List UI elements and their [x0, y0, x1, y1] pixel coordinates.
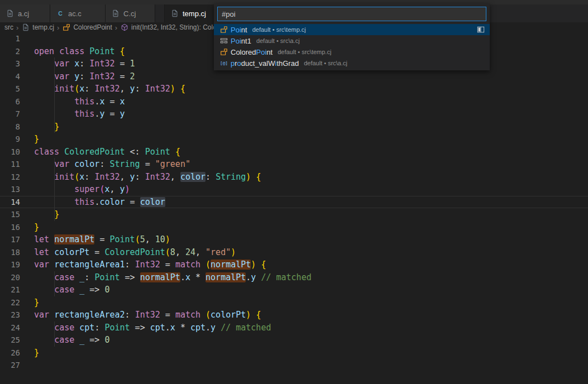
indent-guide: [54, 183, 55, 196]
code-line-24[interactable]: 24 case cpt: Point => cpt.x * cpt.y // m…: [0, 321, 588, 334]
code-text: case _ => 0: [34, 334, 109, 347]
indent-guide: [54, 284, 55, 296]
code-line-8[interactable]: 8 }: [0, 121, 588, 133]
code-text: super(x, y): [34, 183, 130, 196]
code-line-26[interactable]: 26}: [0, 347, 588, 359]
indent-guide: [54, 334, 55, 347]
line-number: 14: [0, 198, 20, 207]
line-number: 1: [0, 34, 20, 43]
code-text: var y: Int32 = 2: [34, 70, 135, 83]
breadcrumb-label: ColoredPoint: [73, 23, 112, 31]
code-line-7[interactable]: 7 this.y = y: [0, 108, 588, 121]
line-number: 26: [0, 348, 20, 357]
code-line-22[interactable]: 22}: [0, 296, 588, 309]
code-line-5[interactable]: 5 init(x: Int32, y: Int32) {: [0, 83, 588, 95]
code-text: let colorPt = ColoredPoint(8, 24, "red"): [34, 246, 236, 259]
code-text: case _: Point => normalPt.x * normalPt.y…: [34, 271, 312, 284]
indent-guide: [54, 83, 55, 95]
code-line-18[interactable]: 18let colorPt = ColoredPoint(8, 24, "red…: [0, 246, 588, 259]
tab-label: ac.c: [68, 9, 82, 18]
tab-ac.c[interactable]: Cac.c: [50, 4, 106, 22]
code-text: this.y = y: [34, 108, 125, 121]
svg-text:[@]: [@]: [220, 61, 228, 66]
class-icon: [219, 47, 228, 56]
code-text: var rectangleArea1: Int32 = match (norma…: [34, 258, 266, 271]
code-line-19[interactable]: 19var rectangleArea1: Int32 = match (nor…: [0, 258, 588, 271]
find-highlight: normalPt: [54, 234, 94, 244]
line-number: 15: [0, 210, 20, 219]
file-icon: [21, 23, 30, 32]
quick-open-result[interactable]: ColoredPointdefault • src\temp.cj: [214, 46, 490, 57]
code-line-25[interactable]: 25 case _ => 0: [0, 334, 588, 347]
indent-guide: [54, 70, 55, 83]
line-number: 13: [0, 185, 20, 194]
find-highlight: normalPt: [205, 272, 246, 282]
code-text: class ColoredPoint <: Point {: [34, 146, 180, 159]
result-name: product_valWithGrad: [231, 59, 299, 68]
line-number: 24: [0, 323, 20, 332]
line-number: 23: [0, 310, 20, 319]
code-text: var color: String = "green": [34, 158, 190, 171]
result-detail: default • src\temp.cj: [278, 49, 331, 55]
line-number: 2: [0, 47, 20, 56]
code-line-21[interactable]: 21 case _ => 0: [0, 284, 588, 296]
code-text: }: [34, 121, 59, 133]
quick-open-result[interactable]: Pointdefault • src\temp.cj: [214, 24, 490, 35]
indent-guide: [54, 57, 55, 70]
tab-gap: [155, 4, 165, 22]
code-line-12[interactable]: 12 init(x: Int32, y: Int32, color: Strin…: [0, 171, 588, 184]
code-line-27[interactable]: 27: [0, 359, 588, 372]
breadcrumb-item[interactable]: src: [4, 23, 13, 31]
result-name: Point: [231, 26, 247, 34]
breadcrumb-item[interactable]: ColoredPoint: [62, 23, 112, 32]
code-line-9[interactable]: 9}: [0, 133, 588, 146]
chevron-right-icon: ›: [57, 24, 59, 31]
line-number: 27: [0, 361, 20, 369]
word-highlight: color: [140, 197, 165, 207]
code-line-6[interactable]: 6 this.x = x: [0, 95, 588, 108]
indent-guide: [54, 271, 55, 284]
tab-a.cj[interactable]: a.cj: [0, 4, 50, 22]
indent-guide: [54, 95, 55, 108]
quick-open-input[interactable]: [217, 7, 486, 21]
tab-temp.cj[interactable]: temp.cj✕: [165, 4, 221, 22]
code-line-4[interactable]: 4 var y: Int32 = 2: [0, 70, 588, 83]
code-text: }: [34, 208, 59, 221]
code-line-16[interactable]: 16}: [0, 221, 588, 234]
code-text: }: [34, 296, 39, 309]
code-text: case cpt: Point => cpt.x * cpt.y // matc…: [34, 321, 271, 334]
code-line-17[interactable]: 17let normalPt = Point(5, 10): [0, 233, 588, 246]
line-number: 25: [0, 335, 20, 344]
code-line-14[interactable]: 14 this.color = color: [0, 196, 588, 209]
indent-guide: [54, 108, 55, 121]
quick-open-results: Pointdefault • src\temp.cjPoint1default …: [214, 24, 490, 69]
line-number: 10: [0, 147, 20, 156]
tab-C.cj[interactable]: C.cj: [106, 4, 155, 22]
indent-guide: [54, 321, 55, 334]
code-text: init(x: Int32, y: Int32) {: [34, 83, 185, 95]
quick-open-result[interactable]: [@]product_valWithGraddefault • src\a.cj: [214, 57, 490, 69]
indent-guide: [54, 121, 55, 133]
code-line-23[interactable]: 23var rectangleArea2: Int32 = match (col…: [0, 309, 588, 321]
line-number: 21: [0, 285, 20, 294]
line-number: 11: [0, 160, 20, 169]
code-line-11[interactable]: 11 var color: String = "green": [0, 158, 588, 171]
breadcrumb-item[interactable]: temp.cj: [21, 23, 54, 32]
chevron-right-icon: ›: [16, 24, 18, 31]
line-number: 12: [0, 172, 20, 181]
code-line-15[interactable]: 15 }: [0, 208, 588, 221]
split-editor-icon[interactable]: [477, 26, 485, 35]
code-line-10[interactable]: 10class ColoredPoint <: Point {: [0, 146, 588, 159]
result-detail: default • src\a.cj: [256, 37, 300, 44]
code-line-13[interactable]: 13 super(x, y): [0, 183, 588, 196]
word-highlight: color: [180, 172, 205, 182]
code-editor[interactable]: 12open class Point {3 var x: Int32 = 14 …: [0, 32, 588, 384]
value-icon: [@]: [219, 59, 228, 68]
quick-open-result[interactable]: Point1default • src\a.cj: [214, 35, 490, 46]
file-icon: [111, 9, 120, 18]
code-text: this.x = x: [34, 95, 125, 108]
code-line-20[interactable]: 20 case _: Point => normalPt.x * normalP…: [0, 271, 588, 284]
indent-guide: [54, 196, 55, 208]
quick-open-panel: Pointdefault • src\temp.cjPoint1default …: [214, 3, 490, 70]
file-icon: [170, 9, 179, 18]
